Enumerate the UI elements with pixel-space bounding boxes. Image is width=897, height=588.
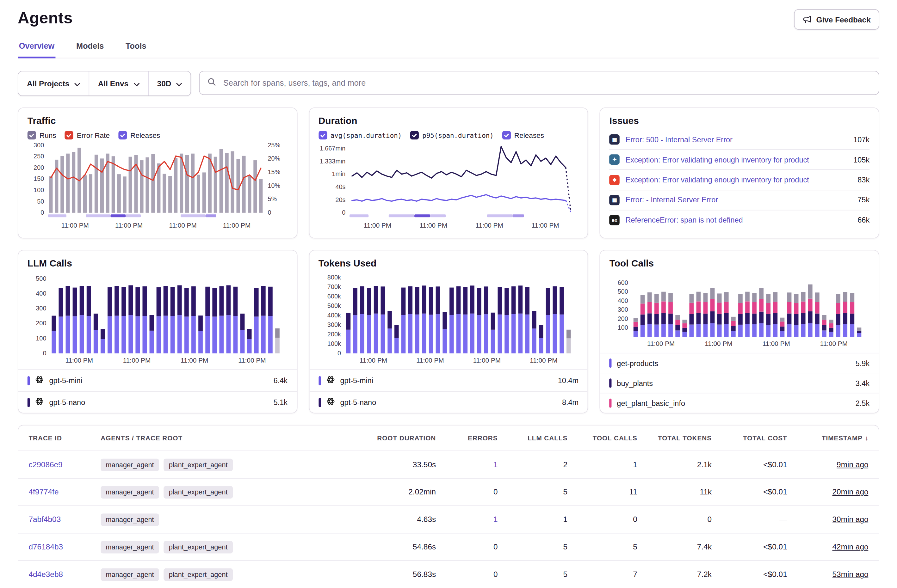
- series-color-chip: [609, 399, 612, 408]
- sort-descending-icon: ↓: [865, 435, 868, 441]
- issue-row[interactable]: exReferenceError: span is not defined66k: [609, 209, 869, 230]
- issue-link[interactable]: ReferenceError: span is not defined: [625, 216, 852, 225]
- issue-link[interactable]: Exception: Error validating enough inven…: [625, 156, 848, 164]
- svg-text:1.667min: 1.667min: [320, 145, 345, 152]
- total-cost-cell: <$0.01: [712, 542, 787, 551]
- legend-row[interactable]: gpt-5-nano8.4m: [309, 391, 588, 413]
- table-row[interactable]: d76184b3manager_agentplant_expert_agent5…: [18, 533, 879, 561]
- series-color-chip: [318, 398, 321, 407]
- trace-id-link[interactable]: c29086e9: [29, 460, 62, 469]
- total-tokens-cell: 7.4k: [637, 542, 712, 551]
- svg-text:600k: 600k: [327, 293, 341, 300]
- errors-cell: 1: [436, 515, 497, 524]
- total-tokens-cell: 2.1k: [637, 460, 712, 469]
- traffic-chart: 05010015020025030005%10%15%20%25%11:00 P…: [28, 142, 288, 230]
- trace-id-link[interactable]: 4f9774fe: [29, 488, 58, 496]
- trace-id-link[interactable]: d76184b3: [29, 542, 63, 551]
- errors-value: 0: [493, 570, 498, 579]
- tool-calls-cell: 5: [568, 542, 637, 551]
- llm-calls-chart: 010020030040050011:00 PM11:00 PM11:00 PM…: [28, 272, 288, 365]
- issue-row[interactable]: ✦Exception: Error validating enough inve…: [609, 149, 869, 170]
- svg-text:20%: 20%: [268, 155, 280, 162]
- svg-text:11:00 PM: 11:00 PM: [359, 357, 387, 364]
- column-header-timestamp[interactable]: TIMESTAMP↓: [787, 435, 868, 441]
- issue-row[interactable]: ▦Error: 500 - Internal Server Error107k: [609, 130, 869, 150]
- table-row[interactable]: 4f9774femanager_agentplant_expert_agent2…: [18, 478, 879, 506]
- timestamp-link[interactable]: 42min ago: [833, 542, 868, 551]
- traffic-card-title: Traffic: [28, 115, 288, 126]
- svg-text:0: 0: [40, 209, 44, 216]
- table-row[interactable]: c29086e9manager_agentplant_expert_agent3…: [18, 451, 879, 478]
- trace-id-cell: 4f9774fe: [29, 488, 101, 496]
- agent-chip: manager_agent: [101, 568, 159, 581]
- svg-text:11:00 PM: 11:00 PM: [363, 221, 391, 229]
- runs-checkbox[interactable]: Runs: [28, 131, 56, 139]
- trace-id-link[interactable]: 7abf4b03: [29, 515, 61, 524]
- column-header-tool-calls[interactable]: TOOL CALLS: [568, 435, 637, 441]
- series-color-chip: [609, 359, 612, 368]
- svg-text:10%: 10%: [268, 182, 280, 189]
- table-row[interactable]: 7abf4b03manager_agent4.63s1100—30min ago: [18, 506, 879, 533]
- svg-text:150: 150: [34, 175, 44, 182]
- timestamp-link[interactable]: 30min ago: [833, 515, 868, 524]
- issue-platform-icon: ▦: [609, 134, 620, 145]
- legend-row[interactable]: gpt-5-mini10.4m: [309, 369, 588, 391]
- releases-checkbox[interactable]: Releases: [118, 131, 160, 139]
- svg-text:200k: 200k: [327, 331, 341, 338]
- column-header-llm-calls[interactable]: LLM CALLS: [498, 435, 568, 441]
- timestamp-link[interactable]: 20min ago: [833, 488, 868, 496]
- search-input[interactable]: [222, 78, 871, 88]
- agents-cell: manager_agentplant_expert_agent: [101, 486, 350, 498]
- svg-text:400: 400: [36, 290, 46, 297]
- error-rate-checkbox[interactable]: Error Rate: [65, 131, 110, 139]
- svg-text:11:00 PM: 11:00 PM: [475, 221, 503, 229]
- issue-row[interactable]: ❖Exception: Error validating enough inve…: [609, 170, 869, 190]
- chevron-down-icon: [133, 79, 139, 88]
- date-range-dropdown[interactable]: 30D: [148, 72, 191, 95]
- svg-text:300: 300: [34, 142, 44, 148]
- page-title: Agents: [18, 9, 73, 27]
- total-tokens-cell: 7.2k: [637, 570, 712, 579]
- avg-duration-checkbox[interactable]: avg(span.duration): [318, 131, 402, 139]
- tab-models[interactable]: Models: [75, 35, 105, 58]
- issue-count: 107k: [853, 135, 869, 144]
- table-row[interactable]: 4d4e3eb8manager_agentplant_expert_agent5…: [18, 560, 879, 588]
- column-header-root-duration[interactable]: ROOT DURATION: [350, 435, 436, 441]
- traffic-card: Traffic Runs Error Rate Releases 0501001…: [18, 107, 297, 238]
- releases-checkbox[interactable]: Releases: [502, 131, 544, 139]
- legend-row[interactable]: gpt-5-mini6.4k: [18, 369, 297, 391]
- column-header-trace-id[interactable]: TRACE ID: [29, 435, 101, 441]
- issue-link[interactable]: Error: 500 - Internal Server Error: [625, 135, 848, 144]
- legend-row[interactable]: buy_plants3.4k: [600, 373, 879, 393]
- errors-value[interactable]: 1: [493, 460, 498, 469]
- column-header-total-cost[interactable]: TOTAL COST: [712, 435, 787, 441]
- timestamp-link[interactable]: 53min ago: [833, 570, 868, 579]
- series-value: 3.4k: [856, 379, 869, 387]
- legend-row[interactable]: gpt-5-nano5.1k: [18, 391, 297, 413]
- agents-cell: manager_agentplant_expert_agent: [101, 541, 350, 553]
- give-feedback-button[interactable]: Give Feedback: [794, 9, 879, 30]
- column-header-total-tokens[interactable]: TOTAL TOKENS: [637, 435, 712, 441]
- p95-duration-checkbox[interactable]: p95(span.duration): [410, 131, 493, 139]
- svg-text:0: 0: [43, 350, 46, 357]
- svg-text:15%: 15%: [268, 168, 280, 176]
- tokens-used-card-title: Tokens Used: [318, 258, 579, 269]
- legend-row[interactable]: get-products5.9k: [600, 353, 879, 373]
- timestamp-link[interactable]: 9min ago: [837, 460, 868, 469]
- legend-row[interactable]: get_plant_basic_info2.5k: [600, 393, 879, 413]
- column-header-agents[interactable]: AGENTS / TRACE ROOT: [101, 435, 350, 441]
- issue-row[interactable]: ▦Error: - Internal Server Error75k: [609, 190, 869, 210]
- tab-overview[interactable]: Overview: [18, 35, 56, 58]
- project-filter-dropdown[interactable]: All Projects: [18, 72, 89, 95]
- errors-value[interactable]: 1: [493, 515, 498, 524]
- issue-link[interactable]: Error: - Internal Server Error: [625, 195, 852, 204]
- tool-calls-chart: 10020030040050060011:00 PM11:00 PM11:00 …: [609, 272, 869, 348]
- svg-text:11:00 PM: 11:00 PM: [473, 357, 501, 364]
- root-duration-cell: 54.86s: [350, 542, 436, 551]
- tab-tools[interactable]: Tools: [124, 35, 147, 58]
- filter-dropdown-group: All Projects All Envs 30D: [18, 71, 191, 96]
- issue-link[interactable]: Exception: Error validating enough inven…: [625, 176, 852, 184]
- trace-id-link[interactable]: 4d4e3eb8: [29, 570, 63, 579]
- env-filter-dropdown[interactable]: All Envs: [89, 72, 148, 95]
- column-header-errors[interactable]: ERRORS: [436, 435, 497, 441]
